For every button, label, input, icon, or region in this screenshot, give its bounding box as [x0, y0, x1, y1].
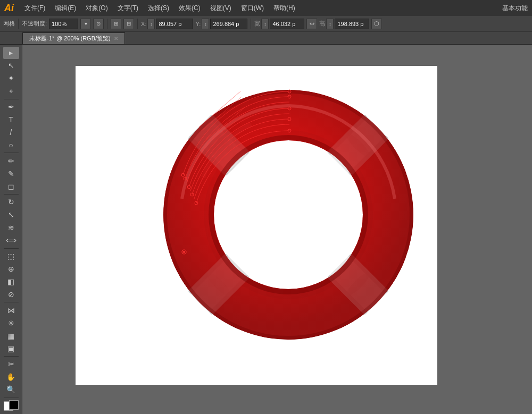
- tool-sep-6: [4, 356, 19, 357]
- redefine-btn[interactable]: ⊙: [93, 19, 104, 29]
- line-tool-btn[interactable]: /: [3, 126, 19, 139]
- menu-select[interactable]: 选择(S): [144, 3, 173, 14]
- ellipse-tool-btn[interactable]: ○: [3, 139, 19, 151]
- scale-tool-btn[interactable]: ⤡: [3, 209, 19, 221]
- direct-select-tool-btn[interactable]: ↖: [3, 60, 19, 72]
- menu-file[interactable]: 文件(F): [20, 3, 49, 14]
- type-tool-btn[interactable]: T: [3, 114, 19, 126]
- network-label: 网格: [3, 20, 15, 28]
- ring-overlay: [163, 90, 413, 340]
- x-arrow[interactable]: ↕: [147, 19, 155, 29]
- canvas-area[interactable]: [22, 45, 532, 414]
- toolbar: 网格 不透明度: ▾ ⊙ ⊞ ⊟ X: ↕ Y: ↕ 宽 ↕ ⇔ 高 ↕ ⬡: [0, 16, 532, 32]
- tab-title: 未标题-1*: [29, 35, 54, 43]
- bar-graph-tool-btn[interactable]: ▦: [3, 329, 19, 342]
- lasso-tool-btn[interactable]: ⌖: [3, 85, 19, 97]
- slice-tool-btn[interactable]: ✂: [3, 358, 19, 370]
- tool-sep-2: [4, 153, 19, 153]
- h-arrow[interactable]: ↕: [326, 19, 334, 29]
- document-tab[interactable]: 未标题-1* @ 200% (RGB/预览) ✕: [22, 32, 125, 44]
- hand-tool-btn[interactable]: ✋: [3, 371, 19, 383]
- tab-bar: 未标题-1* @ 200% (RGB/预览) ✕: [0, 32, 532, 45]
- tool-sep-7: [4, 398, 19, 398]
- w-label: 宽: [254, 20, 260, 28]
- title-bar: Ai 文件(F) 编辑(E) 对象(O) 文字(T) 选择(S) 效果(C) 视…: [0, 0, 532, 16]
- align-icon[interactable]: ⊟: [123, 19, 134, 29]
- paintbrush-tool-btn[interactable]: ✏: [3, 155, 19, 167]
- menu-window[interactable]: 窗口(W): [237, 3, 268, 14]
- symbol-spray-tool-btn[interactable]: ✳: [3, 317, 19, 329]
- pencil-tool-btn[interactable]: ✎: [3, 167, 19, 180]
- toolbar-sep-4: [251, 19, 251, 29]
- eyedropper-tool-btn[interactable]: ⊘: [3, 288, 19, 300]
- opacity-dropdown-btn[interactable]: ▾: [80, 19, 91, 29]
- menu-text[interactable]: 文字(T): [113, 3, 143, 14]
- toolbar-sep-1: [18, 19, 19, 29]
- eraser-tool-btn[interactable]: ◻: [3, 180, 19, 192]
- menu-help[interactable]: 帮助(H): [269, 3, 300, 14]
- opacity-label: 不透明度:: [22, 20, 47, 28]
- w-input[interactable]: [270, 19, 304, 29]
- x-coord-group: X: ↕: [141, 19, 193, 29]
- pen-tool-btn[interactable]: ✒: [3, 101, 19, 113]
- toolbar-sep-2: [107, 19, 107, 29]
- menu-view[interactable]: 视图(V): [206, 3, 236, 14]
- x-label: X:: [141, 21, 146, 27]
- w-coord-group: 宽 ↕: [254, 19, 304, 29]
- opacity-input[interactable]: [49, 19, 78, 29]
- y-label: Y:: [195, 21, 201, 27]
- y-arrow[interactable]: ↕: [202, 19, 209, 29]
- tool-sep-3: [4, 194, 19, 195]
- rotate-tool-btn[interactable]: ↻: [3, 196, 19, 208]
- menu-effect[interactable]: 效果(C): [174, 3, 205, 14]
- blend-tool-btn[interactable]: ⋈: [3, 304, 19, 316]
- tool-sep-4: [4, 248, 19, 249]
- toolbar-sep-3: [137, 19, 138, 29]
- tool-sep-5: [4, 302, 19, 302]
- link-dimensions-btn[interactable]: ⇔: [306, 19, 317, 29]
- app-logo: Ai: [4, 3, 14, 14]
- x-input[interactable]: [156, 19, 193, 29]
- width-tool-btn[interactable]: ⟺: [3, 234, 19, 247]
- free-transform-tool-btn[interactable]: ⬚: [3, 250, 19, 263]
- svg-point-39: [183, 251, 185, 253]
- zoom-tool-btn[interactable]: 🔍: [3, 384, 19, 396]
- h-coord-group: 高 ↕: [319, 19, 369, 29]
- menu-bar: 文件(F) 编辑(E) 对象(O) 文字(T) 选择(S) 效果(C) 视图(V…: [20, 3, 502, 14]
- tab-close-btn[interactable]: ✕: [114, 36, 118, 41]
- warp-tool-btn[interactable]: ≋: [3, 222, 19, 234]
- transform-icon[interactable]: ⊞: [111, 19, 121, 29]
- transform-btn[interactable]: ⬡: [371, 19, 382, 29]
- h-input[interactable]: [335, 19, 369, 29]
- left-toolbar: ▸ ↖ ✦ ⌖ ✒ T / ○ ✏ ✎ ◻ ↻ ⤡ ≋ ⟺ ⬚ ⊕ ◧ ⊘ ⋈ …: [0, 45, 22, 414]
- h-label: 高: [319, 20, 325, 28]
- shape-builder-tool-btn[interactable]: ⊕: [3, 263, 19, 275]
- menu-edit[interactable]: 编辑(E): [51, 3, 80, 14]
- workspace-label: 基本功能: [502, 4, 528, 13]
- color-swatches[interactable]: [4, 400, 19, 411]
- ring-illustration: [155, 82, 421, 348]
- y-input[interactable]: [210, 19, 247, 29]
- gradient-tool-btn[interactable]: ◧: [3, 275, 19, 288]
- select-tool-btn[interactable]: ▸: [3, 47, 19, 59]
- tab-info: @ 200% (RGB/预览): [56, 35, 111, 43]
- w-arrow[interactable]: ↕: [261, 19, 269, 29]
- tool-sep-1: [4, 99, 19, 99]
- menu-object[interactable]: 对象(O): [81, 3, 112, 14]
- ring-svg: [155, 82, 421, 348]
- magic-wand-tool-btn[interactable]: ✦: [3, 72, 19, 85]
- y-coord-group: Y: ↕: [195, 19, 247, 29]
- main-area: ▸ ↖ ✦ ⌖ ✒ T / ○ ✏ ✎ ◻ ↻ ⤡ ≋ ⟺ ⬚ ⊕ ◧ ⊘ ⋈ …: [0, 45, 532, 414]
- artboard-tool-btn[interactable]: ▣: [3, 342, 19, 354]
